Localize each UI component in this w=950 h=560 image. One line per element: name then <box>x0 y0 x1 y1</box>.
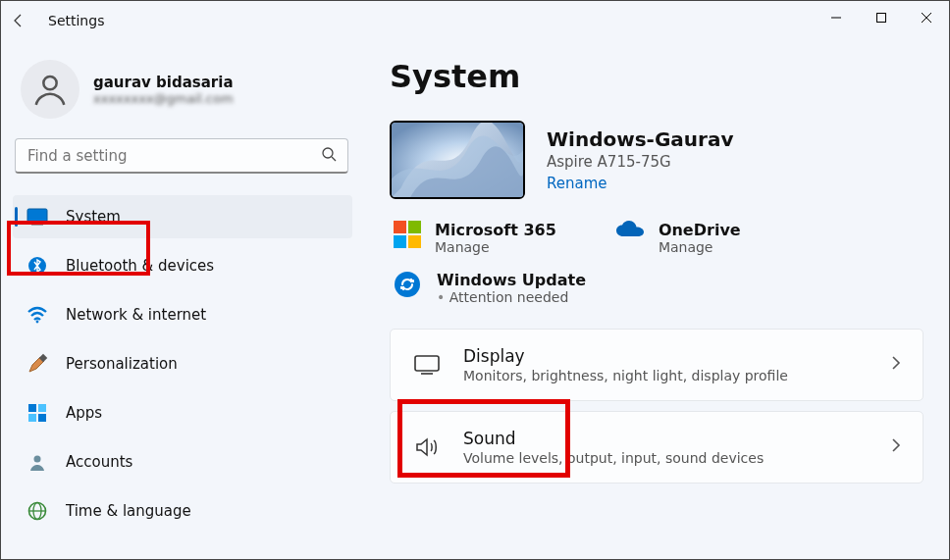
search-icon <box>321 146 337 166</box>
nav-list: System Bluetooth & devices Network & int… <box>13 195 352 533</box>
windows-update-card[interactable]: Windows Update Attention needed <box>390 271 924 305</box>
avatar <box>21 60 79 119</box>
rename-link[interactable]: Rename <box>547 175 733 192</box>
svg-rect-12 <box>28 414 36 422</box>
sidebar-item-label: Bluetooth & devices <box>66 257 214 275</box>
back-button[interactable] <box>9 11 28 30</box>
bluetooth-icon <box>26 255 48 277</box>
chevron-right-icon <box>891 355 901 375</box>
settings-card-sound[interactable]: Sound Volume levels, output, input, soun… <box>390 411 924 484</box>
profile-name: gaurav bidasaria <box>93 74 234 91</box>
card-title: Display <box>463 346 788 366</box>
service-title: Microsoft 365 <box>435 221 556 239</box>
display-icon <box>412 350 442 380</box>
svg-line-4 <box>332 157 336 161</box>
svg-point-3 <box>323 148 333 158</box>
onedrive-icon <box>615 221 645 250</box>
sidebar-item-label: System <box>66 208 121 226</box>
sidebar-item-label: Personalization <box>66 355 178 373</box>
close-button[interactable] <box>904 3 949 32</box>
svg-rect-10 <box>28 404 36 412</box>
device-name: Windows-Gaurav <box>547 127 733 151</box>
maximize-button[interactable] <box>859 3 904 32</box>
main-content: System <box>364 40 949 559</box>
device-thumbnail[interactable] <box>390 121 525 199</box>
search-input[interactable] <box>15 138 348 174</box>
service-title: OneDrive <box>659 221 741 239</box>
microsoft-365-icon <box>394 221 421 248</box>
sidebar-item-label: Accounts <box>66 453 132 471</box>
svg-rect-1 <box>877 14 886 23</box>
user-icon <box>31 71 69 108</box>
globe-clock-icon <box>26 500 48 522</box>
wallpaper-icon <box>392 123 523 197</box>
update-icon <box>394 271 423 300</box>
settings-card-display[interactable]: Display Monitors, brightness, night ligh… <box>390 329 924 401</box>
settings-window: Settings gaurav bidasaria xxxxxxxx@gmail… <box>0 0 950 560</box>
system-icon <box>26 206 48 228</box>
svg-point-19 <box>395 272 420 297</box>
svg-rect-11 <box>38 404 46 412</box>
svg-point-8 <box>36 321 39 324</box>
svg-rect-13 <box>38 414 46 422</box>
services-row: Microsoft 365 Manage OneDrive Manage <box>390 221 924 255</box>
sidebar: gaurav bidasaria xxxxxxxx@gmail.com Syst… <box>1 40 364 559</box>
microsoft-365-card[interactable]: Microsoft 365 Manage <box>394 221 556 255</box>
paintbrush-icon <box>26 353 48 375</box>
card-subtitle: Monitors, brightness, night light, displ… <box>463 368 788 383</box>
device-info-row: Windows-Gaurav Aspire A715-75G Rename <box>390 121 924 199</box>
service-subtitle: Manage <box>659 239 741 255</box>
sidebar-item-apps[interactable]: Apps <box>13 391 352 434</box>
settings-cards: Display Monitors, brightness, night ligh… <box>390 329 924 484</box>
profile-card[interactable]: gaurav bidasaria xxxxxxxx@gmail.com <box>13 54 352 138</box>
chevron-right-icon <box>891 437 901 457</box>
window-title: Settings <box>48 13 104 28</box>
svg-rect-20 <box>415 356 439 371</box>
card-subtitle: Volume levels, output, input, sound devi… <box>463 450 764 466</box>
svg-rect-5 <box>27 209 47 223</box>
sidebar-item-system[interactable]: System <box>13 195 352 238</box>
update-subtitle: Attention needed <box>437 289 586 305</box>
card-title: Sound <box>463 429 764 448</box>
accounts-icon <box>26 451 48 473</box>
sidebar-item-time-language[interactable]: Time & language <box>13 489 352 533</box>
svg-rect-6 <box>31 224 43 226</box>
update-title: Windows Update <box>437 271 586 289</box>
page-title: System <box>390 58 924 95</box>
minimize-button[interactable] <box>814 3 859 32</box>
sidebar-item-label: Apps <box>66 404 102 422</box>
svg-point-14 <box>34 456 41 463</box>
onedrive-card[interactable]: OneDrive Manage <box>615 221 741 255</box>
profile-email: xxxxxxxx@gmail.com <box>93 91 234 106</box>
service-subtitle: Manage <box>435 239 556 255</box>
titlebar: Settings <box>1 1 949 40</box>
sidebar-item-accounts[interactable]: Accounts <box>13 440 352 484</box>
sound-icon <box>412 433 442 462</box>
sidebar-item-personalization[interactable]: Personalization <box>13 342 352 385</box>
device-model: Aspire A715-75G <box>547 153 733 171</box>
sidebar-item-label: Network & internet <box>66 306 206 324</box>
search-box[interactable] <box>15 138 348 174</box>
apps-icon <box>26 402 48 424</box>
sidebar-item-label: Time & language <box>66 502 191 520</box>
svg-point-2 <box>43 76 56 89</box>
window-controls <box>814 3 949 32</box>
sidebar-item-network[interactable]: Network & internet <box>13 293 352 336</box>
sidebar-item-bluetooth[interactable]: Bluetooth & devices <box>13 244 352 287</box>
wifi-icon <box>26 304 48 326</box>
